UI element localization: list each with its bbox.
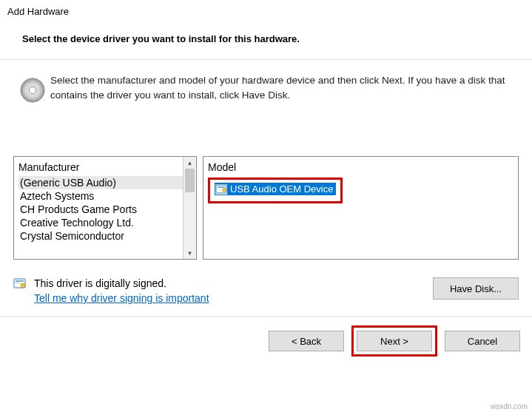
list-item[interactable]: Aztech Systems [18,189,183,203]
cancel-button[interactable]: Cancel [445,331,520,351]
back-button[interactable]: < Back [269,331,344,351]
scrollbar[interactable]: ▲ ▼ [183,157,196,259]
model-header: Model [208,160,514,176]
svg-rect-7 [16,280,24,282]
highlight-box: USB Audio OEM Device [208,178,343,203]
next-button[interactable]: Next > [357,331,432,351]
page-instruction: Select the device driver you want to ins… [0,20,532,59]
signing-status-text: This driver is digitally signed. [34,277,209,289]
certificate-icon [215,184,227,195]
list-item[interactable]: USB Audio OEM Device [215,183,336,195]
footer-buttons: < Back Next > Cancel [0,316,532,364]
have-disk-button[interactable]: Have Disk... [433,277,519,300]
window-title: Add Hardware [0,0,532,20]
svg-point-1 [29,87,36,94]
selection-panels: Manufacturer (Generic USB Audio) Aztech … [0,112,532,270]
svg-point-9 [21,283,25,288]
signing-info-link[interactable]: Tell me why driver signing is important [34,292,209,304]
signing-row: This driver is digitally signed. Tell me… [0,270,532,316]
watermark: wsxdn.com [491,402,528,411]
info-text: Select the manufacturer and model of you… [50,73,517,102]
list-item[interactable]: Crystal Semiconductor [18,229,183,243]
highlight-box: Next > [351,325,437,357]
disk-icon [15,73,50,104]
list-item[interactable]: Creative Technology Ltd. [18,216,183,229]
svg-rect-8 [16,283,20,283]
scroll-thumb[interactable] [185,169,195,192]
model-list[interactable]: Model USB Audio OEM Device [203,156,519,260]
certificate-icon [13,277,27,291]
scroll-up-icon[interactable]: ▲ [183,157,196,169]
manufacturer-list[interactable]: Manufacturer (Generic USB Audio) Aztech … [13,156,197,260]
info-section: Select the manufacturer and model of you… [0,60,532,112]
svg-point-5 [223,188,226,192]
list-item[interactable]: CH Products Game Ports [18,203,183,216]
manufacturer-header: Manufacturer [18,160,183,176]
model-item-label: USB Audio OEM Device [230,183,333,195]
svg-rect-4 [218,186,225,188]
scroll-down-icon[interactable]: ▼ [183,247,196,259]
list-item[interactable]: (Generic USB Audio) [18,176,183,189]
